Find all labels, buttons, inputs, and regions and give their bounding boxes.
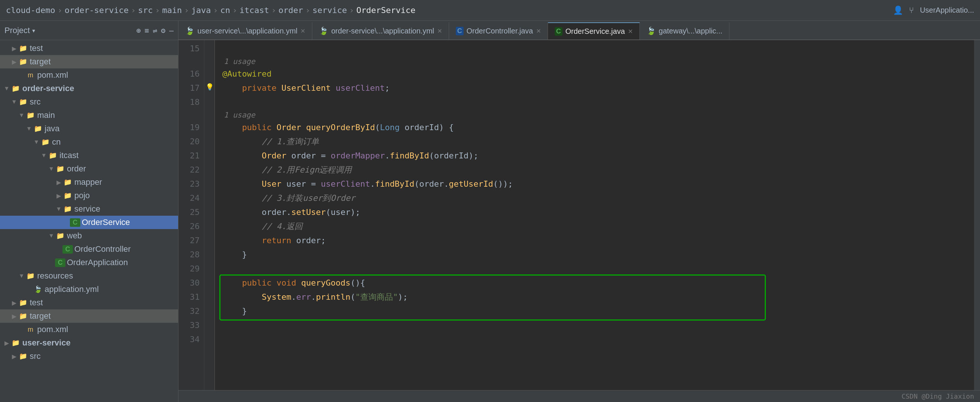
tree-item-pojo[interactable]: ▶ 📁 pojo <box>0 189 178 202</box>
tree-item-java[interactable]: ▼ 📁 java <box>0 122 178 136</box>
arrow-icon: ▶ <box>10 299 18 306</box>
git-icon[interactable]: ⑂ <box>909 6 914 15</box>
code-content[interactable]: 1 usage @Autowired private UserClient us… <box>215 40 974 390</box>
breadcrumb-order-service[interactable]: order-service <box>65 6 129 15</box>
var-user-2: user <box>331 205 350 219</box>
tree-item-service[interactable]: ▼ 📁 service <box>0 202 178 216</box>
breadcrumb-cn[interactable]: cn <box>221 6 231 15</box>
var-order-2: order <box>419 177 444 191</box>
code-line-19: public Order queryOrderById ( Long order… <box>222 121 974 135</box>
folder-icon: 📁 <box>40 138 51 146</box>
line-num-25: 25 <box>178 205 200 219</box>
tab-order-service-yml[interactable]: 🍃 order-service\...\application.yml ✕ <box>312 22 449 40</box>
yaml-tab-icon: 🍃 <box>185 26 194 35</box>
editor-area: 🍃 user-service\...\application.yml ✕ 🍃 o… <box>178 21 980 402</box>
punct-paren8: ); <box>350 205 360 219</box>
tree-item-appyml[interactable]: 🍃 application.yml <box>0 282 178 296</box>
code-line-20: // 1.查询订单 <box>222 135 974 149</box>
line-num-29: 29 <box>178 262 200 276</box>
tree-item-web[interactable]: ▼ 📁 web <box>0 229 178 242</box>
tree-item-resources[interactable]: ▼ 📁 resources <box>0 269 178 282</box>
scrollbar-gutter[interactable] <box>974 40 980 390</box>
tab-ordercontroller[interactable]: C OrderController.java ✕ <box>449 22 548 40</box>
code-line-21: Order order = orderMapper . findById ( o… <box>222 149 974 163</box>
breadcrumb-src[interactable]: src <box>138 6 153 15</box>
tree-item-test[interactable]: ▶ 📁 test <box>0 41 178 55</box>
folder-icon: 📁 <box>18 298 28 307</box>
user-application-label: UserApplicatio... <box>920 6 974 14</box>
breadcrumb-itcast[interactable]: itcast <box>239 6 269 15</box>
tree-item-user-service[interactable]: ▶ 📁 user-service <box>0 336 178 349</box>
tree-item-orderapplication[interactable]: C OrderApplication <box>0 256 178 269</box>
tree-item-target-1[interactable]: ▶ 📁 target <box>0 55 178 69</box>
sidebar-dropdown-icon[interactable]: ▾ <box>31 26 36 35</box>
tab-label: user-service\...\application.yml <box>197 27 298 35</box>
tree-item-ordercontroller[interactable]: C OrderController <box>0 242 178 256</box>
breadcrumb-java[interactable]: java <box>191 6 211 15</box>
tree-item-pom-2[interactable]: m pom.xml <box>0 323 178 336</box>
tree-item-pom-1[interactable]: m pom.xml <box>0 69 178 82</box>
punct-semi: ; <box>385 81 390 95</box>
settings-icon[interactable]: ⚙ <box>161 26 165 35</box>
var-user: user <box>286 177 306 191</box>
breadcrumb-sep-3: › <box>155 6 160 15</box>
param-orderid-2: orderId <box>434 149 469 163</box>
string-goods: "查询商品" <box>355 290 398 304</box>
tree-item-order-service[interactable]: ▼ 📁 order-service <box>0 82 178 95</box>
punct-eq: = <box>316 149 331 163</box>
tab-orderservice[interactable]: C OrderService.java ✕ <box>548 22 640 40</box>
tab-user-service-yml[interactable]: 🍃 user-service\...\application.yml ✕ <box>178 22 312 40</box>
line-num-18: 18 <box>178 95 200 109</box>
breadcrumb-order[interactable]: order <box>278 6 303 15</box>
punct-paren2: ) { <box>439 121 454 135</box>
arrow-icon: ▶ <box>55 192 62 199</box>
tree-label: main <box>37 110 55 120</box>
breadcrumb-main[interactable]: main <box>162 6 182 15</box>
line-num-33: 33 <box>178 318 200 332</box>
code-line-16: @Autowired <box>222 67 974 81</box>
code-indent <box>222 81 242 95</box>
xml-icon-2: m <box>25 326 36 333</box>
tree-item-orderservice[interactable]: C OrderService <box>0 216 178 229</box>
code-space <box>286 149 291 163</box>
tab-close-icon[interactable]: ✕ <box>437 27 442 35</box>
breadcrumb-service[interactable]: service <box>313 6 347 15</box>
tab-gateway-yml[interactable]: 🍃 gateway\...\applic... <box>640 22 729 40</box>
breadcrumb-action-icons: 👤 ⑂ UserApplicatio... <box>893 6 974 15</box>
line-num-34: 34 <box>178 332 200 346</box>
tree-label: service <box>74 204 100 214</box>
tree-label: resources <box>37 271 73 281</box>
tree-label: OrderController <box>74 244 131 254</box>
arrow-icon: ▼ <box>10 99 18 105</box>
tree-label: target <box>30 57 51 67</box>
tree-item-src-user[interactable]: ▶ 📁 src <box>0 349 178 363</box>
locate-icon[interactable]: ⊕ <box>137 26 141 35</box>
tree-item-main[interactable]: ▼ 📁 main <box>0 108 178 122</box>
code-container: 15 16 17 18 19 20 21 22 23 24 25 26 27 2… <box>178 40 980 390</box>
person-icon[interactable]: 👤 <box>893 6 903 15</box>
tree-item-itcast[interactable]: ▼ 📁 itcast <box>0 149 178 162</box>
minimize-icon[interactable]: — <box>169 26 173 35</box>
code-line-17: private UserClient userClient ; <box>222 81 974 95</box>
expand-icon[interactable]: ⇌ <box>153 26 157 35</box>
line-num-32: 32 <box>178 304 200 318</box>
tab-close-icon[interactable]: ✕ <box>301 27 305 35</box>
folder-icon: 📁 <box>10 339 21 347</box>
tree-item-src[interactable]: ▼ 📁 src <box>0 95 178 108</box>
tree-item-target-2[interactable]: ▶ 📁 target <box>0 309 178 323</box>
tree-label: src <box>30 351 41 361</box>
tree-item-test-2[interactable]: ▶ 📁 test <box>0 296 178 309</box>
code-line-34 <box>222 332 974 346</box>
folder-icon: 📁 <box>18 352 28 361</box>
tree-item-cn[interactable]: ▼ 📁 cn <box>0 136 178 149</box>
usage-hint-18: 1 usage <box>222 109 974 121</box>
keyword-public: public <box>242 121 271 135</box>
breadcrumb-cloud-demo[interactable]: cloud-demo <box>6 6 55 15</box>
yaml-tab-icon-3: 🍃 <box>646 26 656 35</box>
tab-close-icon[interactable]: ✕ <box>536 27 541 35</box>
tree-item-order[interactable]: ▼ 📁 order <box>0 162 178 175</box>
collapse-icon[interactable]: ≡ <box>145 26 149 35</box>
java-tab-icon: C <box>456 27 464 35</box>
tab-close-icon[interactable]: ✕ <box>628 28 633 35</box>
tree-item-mapper[interactable]: ▶ 📁 mapper <box>0 175 178 189</box>
